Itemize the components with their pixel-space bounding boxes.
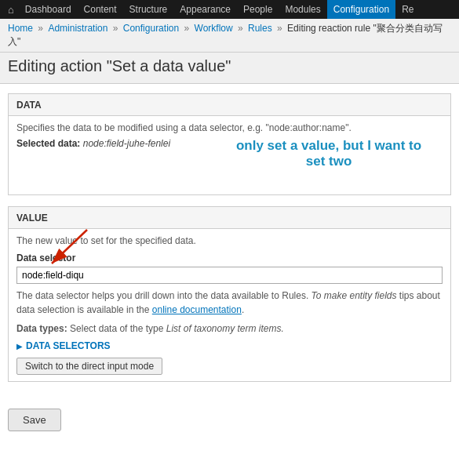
data-section-description: Specifies the data to be modified using …	[16, 122, 443, 133]
data-section-body: Specifies the data to be modified using …	[9, 116, 450, 194]
nav-item-modules[interactable]: Modules	[279, 0, 326, 19]
data-selector-input[interactable]	[16, 267, 443, 284]
helper-text-link[interactable]: online documentation	[152, 304, 242, 315]
breadcrumb-config[interactable]: Configuration	[123, 23, 179, 34]
triangle-icon: ▶	[16, 342, 23, 351]
switch-to-direct-input-button[interactable]: Switch to the direct input mode	[16, 358, 162, 375]
save-area: Save	[0, 402, 459, 438]
breadcrumb-sep-4: »	[238, 23, 246, 34]
data-types-middle: Select data of the type	[70, 323, 166, 334]
nav-item-re[interactable]: Re	[395, 0, 420, 19]
data-section-header: DATA	[9, 94, 450, 116]
breadcrumb-workflow[interactable]: Workflow	[195, 23, 233, 34]
breadcrumb-admin[interactable]: Administration	[48, 23, 107, 34]
data-selector-label: Data selector	[16, 253, 443, 263]
nav-item-dashboard[interactable]: Dashboard	[19, 0, 78, 19]
nav-item-people[interactable]: People	[237, 0, 279, 19]
breadcrumb-home[interactable]: Home	[8, 23, 33, 34]
helper-text-end: .	[242, 304, 244, 315]
nav-item-structure[interactable]: Structure	[123, 0, 174, 19]
data-section: DATA Specifies the data to be modified u…	[8, 93, 451, 195]
helper-text: The data selector helps you drill down i…	[16, 289, 443, 317]
data-selector-input-container	[16, 267, 443, 284]
data-selectors-label[interactable]: DATA SELECTORS	[26, 340, 111, 351]
value-section: VALUE The new value to set for the speci…	[8, 206, 451, 382]
data-selectors-toggle[interactable]: ▶ DATA SELECTORS	[16, 340, 443, 351]
breadcrumb-rules[interactable]: Rules	[248, 23, 272, 34]
data-types-line: Data types: Select data of the type List…	[16, 323, 443, 334]
breadcrumb-sep-5: »	[277, 23, 285, 34]
switch-button-container: Switch to the direct input mode	[16, 358, 443, 375]
data-types-prefix: Data types:	[16, 323, 67, 334]
breadcrumb-sep-1: »	[38, 23, 46, 34]
selected-data-value: node:field-juhe-fenlei	[83, 138, 170, 149]
selected-data-line: Selected data: node:field-juhe-fenlei	[16, 138, 443, 149]
data-section-title: DATA	[16, 100, 42, 111]
value-section-header: VALUE	[9, 207, 450, 229]
breadcrumb: Home » Administration » Configuration » …	[0, 19, 459, 53]
selected-data-label: Selected data:	[16, 138, 80, 149]
nav-item-appearance[interactable]: Appearance	[173, 0, 237, 19]
helper-text-em: To make entity fields	[311, 290, 399, 301]
value-section-title: VALUE	[16, 213, 48, 223]
top-navigation: ⌂ Dashboard Content Structure Appearance…	[0, 0, 459, 19]
breadcrumb-sep-2: »	[113, 23, 121, 34]
breadcrumb-sep-3: »	[184, 23, 192, 34]
value-description: The new value to set for the specified d…	[16, 235, 443, 246]
helper-text-prefix: The data selector helps you drill down i…	[16, 290, 311, 301]
main-content: DATA Specifies the data to be modified u…	[0, 84, 459, 402]
nav-item-configuration[interactable]: Configuration	[327, 0, 395, 19]
save-button[interactable]: Save	[8, 409, 61, 431]
data-types-em: List of taxonomy term items.	[166, 323, 284, 334]
nav-item-content[interactable]: Content	[78, 0, 123, 19]
home-icon[interactable]: ⌂	[3, 4, 19, 16]
page-title-bar: Editing action "Set a data value"	[0, 53, 459, 84]
annotation-area: Selected data: node:field-juhe-fenlei on…	[16, 138, 443, 185]
value-section-body: The new value to set for the specified d…	[9, 229, 450, 381]
page-title: Editing action "Set a data value"	[8, 57, 451, 75]
